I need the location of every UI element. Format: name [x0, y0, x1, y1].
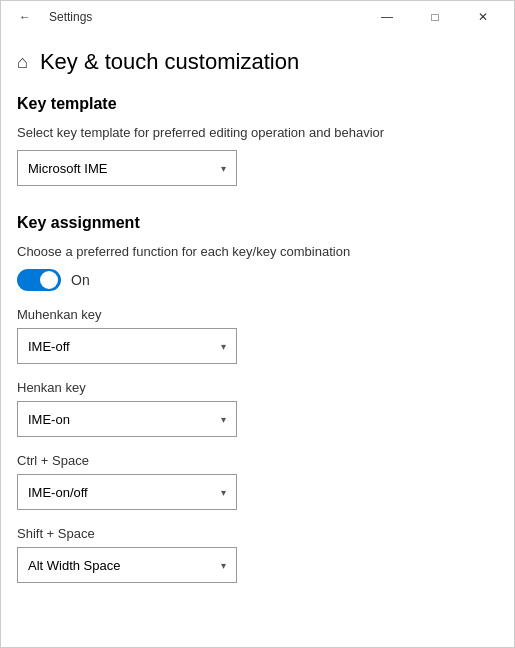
henkan-label: Henkan key	[17, 380, 498, 395]
back-icon: ←	[19, 10, 31, 24]
close-icon: ✕	[478, 10, 488, 24]
close-button[interactable]: ✕	[460, 1, 506, 33]
key-template-description: Select key template for preferred editin…	[17, 125, 498, 140]
henkan-field: Henkan key IME-on ▾	[17, 380, 498, 437]
ctrl-space-label: Ctrl + Space	[17, 453, 498, 468]
key-template-section: Key template Select key template for pre…	[17, 95, 498, 186]
muhenkan-value: IME-off	[28, 339, 70, 354]
key-template-dropdown[interactable]: Microsoft IME ▾	[17, 150, 237, 186]
page-header: ⌂ Key & touch customization	[17, 33, 498, 95]
key-assignment-description: Choose a preferred function for each key…	[17, 244, 498, 259]
toggle-label: On	[71, 272, 90, 288]
key-assignment-section: Key assignment Choose a preferred functi…	[17, 214, 498, 583]
maximize-icon: □	[431, 10, 438, 24]
muhenkan-arrow: ▾	[221, 341, 226, 352]
toggle-row: On	[17, 269, 498, 291]
henkan-value: IME-on	[28, 412, 70, 427]
key-template-dropdown-arrow: ▾	[221, 163, 226, 174]
title-bar-left: ← Settings	[9, 1, 92, 33]
henkan-arrow: ▾	[221, 414, 226, 425]
home-icon[interactable]: ⌂	[17, 52, 28, 73]
back-button[interactable]: ←	[9, 1, 41, 33]
window-title: Settings	[49, 10, 92, 24]
muhenkan-dropdown[interactable]: IME-off ▾	[17, 328, 237, 364]
title-bar-controls: — □ ✕	[364, 1, 506, 33]
page-title: Key & touch customization	[40, 49, 299, 75]
minimize-icon: —	[381, 10, 393, 24]
shift-space-value: Alt Width Space	[28, 558, 121, 573]
ctrl-space-arrow: ▾	[221, 487, 226, 498]
ctrl-space-value: IME-on/off	[28, 485, 88, 500]
shift-space-arrow: ▾	[221, 560, 226, 571]
shift-space-dropdown[interactable]: Alt Width Space ▾	[17, 547, 237, 583]
key-template-dropdown-value: Microsoft IME	[28, 161, 107, 176]
ctrl-space-dropdown[interactable]: IME-on/off ▾	[17, 474, 237, 510]
ctrl-space-field: Ctrl + Space IME-on/off ▾	[17, 453, 498, 510]
shift-space-field: Shift + Space Alt Width Space ▾	[17, 526, 498, 583]
title-bar: ← Settings — □ ✕	[1, 1, 514, 33]
key-template-title: Key template	[17, 95, 498, 113]
toggle-knob	[40, 271, 58, 289]
key-assignment-title: Key assignment	[17, 214, 498, 232]
henkan-dropdown[interactable]: IME-on ▾	[17, 401, 237, 437]
assignment-toggle[interactable]	[17, 269, 61, 291]
content-area: ⌂ Key & touch customization Key template…	[1, 33, 514, 647]
maximize-button[interactable]: □	[412, 1, 458, 33]
minimize-button[interactable]: —	[364, 1, 410, 33]
settings-window: ← Settings — □ ✕ ⌂ Key & touch customiza…	[0, 0, 515, 648]
shift-space-label: Shift + Space	[17, 526, 498, 541]
muhenkan-label: Muhenkan key	[17, 307, 498, 322]
muhenkan-field: Muhenkan key IME-off ▾	[17, 307, 498, 364]
